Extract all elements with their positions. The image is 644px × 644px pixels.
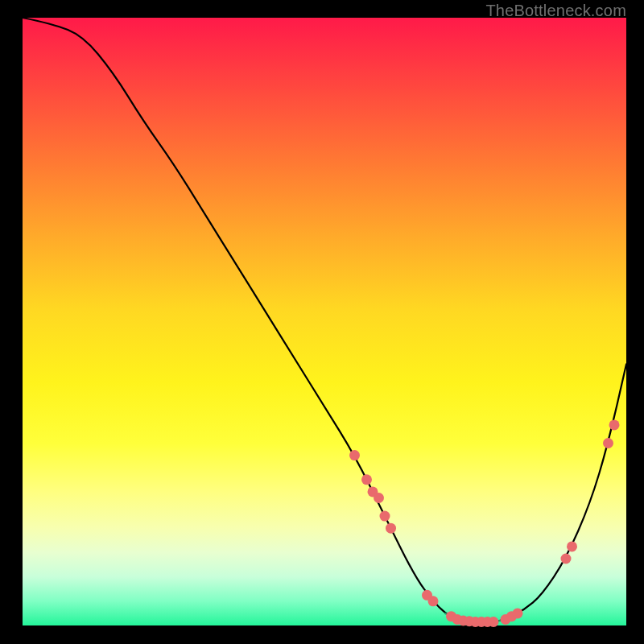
data-marker: [567, 541, 577, 551]
data-marker: [603, 438, 613, 448]
chart-overlay: [23, 18, 626, 625]
data-marker: [361, 474, 372, 485]
data-marker: [513, 608, 523, 618]
data-marker: [561, 554, 572, 564]
data-marker: [489, 617, 499, 627]
bottleneck-curve: [23, 18, 626, 622]
marker-group: [349, 419, 620, 627]
data-marker: [386, 523, 396, 534]
data-marker: [428, 596, 439, 606]
data-marker: [609, 419, 620, 430]
chart-stage: TheBottleneck.com: [0, 0, 644, 644]
data-marker: [349, 450, 360, 460]
data-marker: [374, 493, 384, 503]
data-marker: [380, 511, 390, 522]
